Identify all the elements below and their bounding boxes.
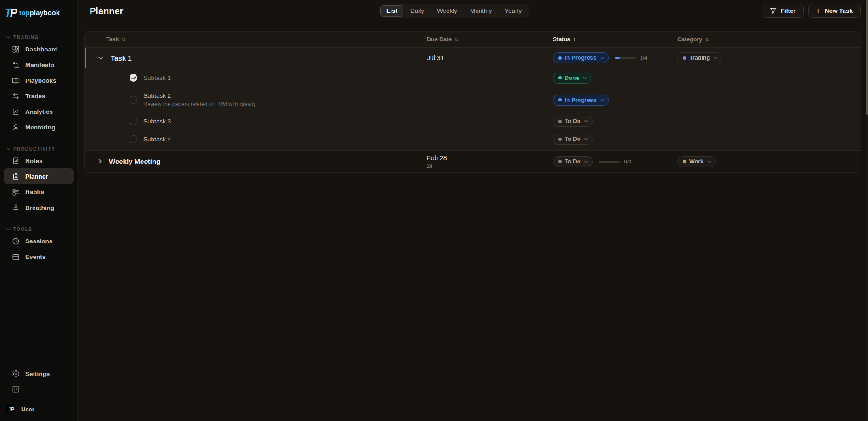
chevron-down-icon [600, 56, 604, 59]
subtask-title[interactable]: Subtask 4 [143, 136, 171, 143]
tab-weekly[interactable]: Weekly [431, 5, 463, 17]
chart-icon [12, 108, 20, 116]
status-badge[interactable]: To Do [553, 134, 593, 145]
status-badge[interactable]: To Do [553, 156, 593, 167]
column-task[interactable]: Task⇅ [106, 36, 125, 43]
sidebar-item-planner[interactable]: Planner [4, 168, 74, 184]
category-badge[interactable]: Work [677, 156, 716, 167]
tab-monthly[interactable]: Monthly [464, 5, 498, 17]
subtask-title[interactable]: Subtask 3 [143, 118, 171, 125]
sidebar-item-label: Trades [25, 93, 45, 100]
sidebar-item-trades[interactable]: Trades [4, 88, 74, 104]
progress-track [615, 57, 636, 59]
subtask-checkbox-checked[interactable] [130, 74, 137, 82]
subtask-row[interactable]: Subtask 4 To Do [85, 130, 861, 148]
section-trading[interactable]: TRADING [0, 33, 77, 41]
status-dot-icon [558, 76, 562, 79]
sidebar-item-playbooks[interactable]: Playbooks [4, 73, 74, 88]
sidebar-item-events[interactable]: Events [4, 249, 74, 264]
logo-mark-icon: TP [5, 6, 16, 19]
person-icon [12, 123, 20, 131]
subtask-checkbox[interactable] [130, 118, 137, 125]
category-badge[interactable]: Trading [677, 52, 722, 63]
header-actions: Filter + New Task [762, 4, 861, 18]
gear-icon [12, 370, 20, 378]
scrollbar[interactable] [866, 0, 868, 421]
column-due-date[interactable]: Due Date⇅ [427, 36, 553, 43]
section-productivity[interactable]: PRODUCTIVITY [0, 145, 77, 153]
column-status[interactable]: Status↑ [553, 36, 576, 43]
subtask-checkbox[interactable] [130, 135, 137, 143]
tab-yearly[interactable]: Yearly [499, 5, 528, 17]
chevron-down-icon [584, 160, 588, 163]
notebook-pen-icon [12, 157, 20, 165]
sidebar-item-label: Sessions [25, 238, 52, 245]
new-task-button[interactable]: + New Task [808, 4, 861, 18]
subtask-title[interactable]: Subtask 1 [143, 74, 171, 81]
subtask-row[interactable]: Subtask 3 To Do [85, 112, 861, 130]
subtask-description: Review the papers related to FVM with gr… [143, 101, 256, 107]
sidebar-item-breathing[interactable]: Breathing [4, 200, 74, 215]
progress-label: 1/4 [640, 55, 647, 61]
chevron-down-icon [600, 99, 604, 101]
category-dot-icon [683, 56, 686, 60]
topbar: Planner List Daily Weekly Monthly Yearly… [78, 0, 868, 26]
book-open-icon [12, 77, 20, 84]
chevron-down-icon [714, 56, 718, 59]
subtask-title[interactable]: Subtask 2 [143, 92, 256, 99]
task-name[interactable]: Task 1 [111, 54, 132, 62]
status-dot-icon [558, 120, 562, 123]
sidebar-item-habits[interactable]: Habits [4, 184, 74, 200]
sidebar-item-label: Manifesto [25, 62, 54, 68]
status-badge[interactable]: To Do [553, 116, 593, 127]
sidebar-item-label: Events [25, 253, 45, 260]
sidebar-item-label: Mentoring [25, 124, 55, 131]
sidebar-footer: Settings TP User [0, 366, 77, 421]
subtask-checkbox[interactable] [130, 96, 137, 104]
filter-icon [770, 7, 777, 14]
scrollbar-thumb[interactable] [866, 0, 868, 115]
sidebar-item-manifesto[interactable]: Manifesto [4, 57, 74, 73]
status-badge[interactable]: In Progress [553, 95, 609, 106]
user-menu[interactable]: TP User [0, 399, 77, 416]
sidebar-item-mentoring[interactable]: Mentoring [4, 119, 74, 135]
chevron-down-icon [707, 160, 711, 163]
section-tools[interactable]: TOOLS [0, 225, 77, 233]
progress-track [599, 161, 620, 163]
subtask-row[interactable]: Subtask 1 Done [85, 68, 861, 88]
scroll-icon [12, 61, 20, 69]
sidebar-item-analytics[interactable]: Analytics [4, 104, 74, 119]
app-logo[interactable]: TP topplaybook [0, 0, 77, 23]
meditation-icon [12, 204, 20, 212]
sidebar-item-dashboard[interactable]: Dashboard [4, 41, 74, 57]
panel-collapse-icon [12, 385, 20, 393]
status-dot-icon [558, 138, 562, 141]
subtask-progress: 1/4 [615, 55, 647, 61]
sort-asc-icon: ↑ [573, 36, 576, 43]
task-name[interactable]: Weekly Meeting [109, 157, 160, 165]
tab-list[interactable]: List [380, 5, 403, 17]
status-badge[interactable]: In Progress [553, 52, 609, 63]
subtask-progress: 0/3 [599, 159, 631, 164]
collapse-sidebar-button[interactable] [4, 382, 74, 396]
sidebar-item-settings[interactable]: Settings [4, 366, 74, 381]
chevron-down-icon[interactable] [98, 56, 103, 60]
filter-button[interactable]: Filter [762, 4, 804, 18]
task-row[interactable]: Weekly Meeting Feb 28 2d To Do 0/3 Work [85, 150, 861, 172]
subtask-row[interactable]: Subtask 2 Review the papers related to F… [85, 88, 861, 112]
chevron-down-icon [6, 228, 11, 230]
brand-name: topplaybook [19, 9, 60, 17]
tab-daily[interactable]: Daily [404, 5, 430, 17]
sidebar-item-label: Settings [25, 370, 50, 377]
due-date[interactable]: Jul 31 [427, 54, 444, 62]
sidebar-item-sessions[interactable]: Sessions [4, 233, 74, 249]
sidebar-item-notes[interactable]: Notes [4, 153, 74, 168]
column-category[interactable]: Category⇅ [677, 36, 709, 43]
chevron-right-icon[interactable] [98, 159, 102, 164]
clock-icon [12, 237, 20, 245]
status-badge[interactable]: Done [553, 73, 591, 84]
due-date[interactable]: Feb 28 [427, 154, 553, 162]
task-row[interactable]: Task 1 Jul 31 In Progress 1/4 Trading [85, 48, 861, 68]
sidebar-item-label: Habits [25, 189, 44, 196]
arrows-swap-icon [12, 92, 20, 100]
